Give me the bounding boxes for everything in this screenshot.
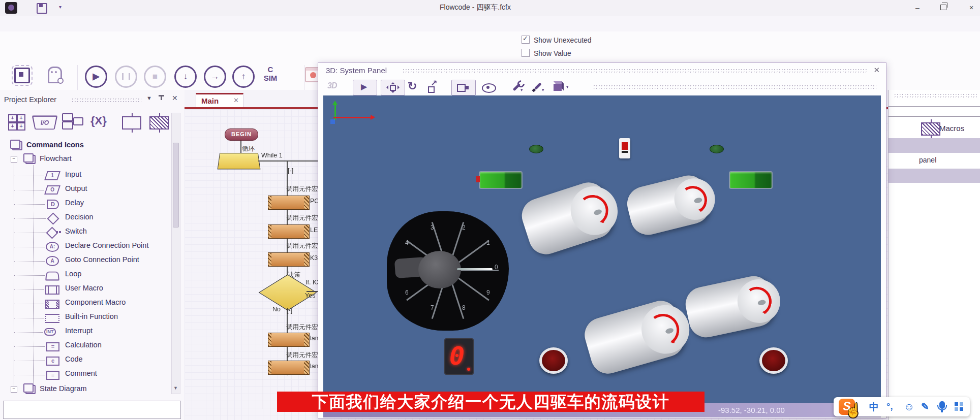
component-macro-icon-tool[interactable] (149, 116, 169, 130)
panel-menu-caret-icon[interactable]: ▼ (146, 95, 152, 101)
visibility-eye-icon[interactable] (482, 83, 496, 93)
tree-item-component-macro[interactable]: Component Macro (0, 297, 183, 310)
ime-emoji-icon[interactable]: ☺ (904, 401, 914, 413)
ghost-options-icon[interactable] (48, 67, 62, 83)
rotate-view-icon[interactable]: ↻ (408, 80, 417, 93)
pin-icon[interactable] (161, 95, 162, 100)
pan-tool-button[interactable] (381, 80, 405, 95)
flow-begin[interactable]: BEGIN (225, 128, 258, 141)
checkbox-unchecked-icon[interactable] (522, 49, 530, 57)
scrollbar-thumb[interactable] (173, 143, 179, 228)
tree-item-built-in-function[interactable]: Built-in Function (0, 311, 183, 325)
step-into-button[interactable]: ↓ (174, 66, 197, 88)
table-row[interactable] (889, 169, 980, 183)
ime-keyboard-grid-icon[interactable] (955, 402, 963, 411)
tree-item-decision[interactable]: Decision (0, 212, 183, 225)
flow-macro-box[interactable] (268, 252, 310, 267)
panel-drag-texture[interactable] (71, 98, 141, 103)
tree-item-interrupt[interactable]: INTInterrupt (0, 326, 183, 339)
brush-caret-icon[interactable]: ▾ (542, 87, 544, 92)
ime-lang-icon[interactable]: 中 (869, 401, 879, 414)
icon-grid-tool[interactable]: ++++ (8, 114, 25, 130)
explorer-bottom-pane[interactable] (3, 401, 181, 419)
cube-caret-icon[interactable]: ▾ (566, 84, 569, 89)
explorer-scrollbar[interactable]: ▼ (171, 113, 180, 394)
flow-while-shape[interactable] (218, 153, 261, 169)
run-button[interactable]: ▶ (85, 66, 107, 88)
scroll-down-icon[interactable]: ▼ (173, 385, 178, 391)
wrench-caret-icon[interactable]: ▾ (520, 87, 523, 92)
ime-pencil-icon[interactable]: ✎ (921, 401, 929, 412)
tree-root-command-icons[interactable]: Command Icons (0, 140, 183, 153)
tree-item-comment[interactable]: ≡Comment (0, 368, 183, 381)
panel-drag-texture[interactable] (894, 93, 977, 99)
collapse-icon[interactable]: − (11, 156, 17, 163)
flow-macro-box[interactable] (268, 224, 310, 239)
minimize-button[interactable]: – (910, 3, 925, 13)
rotary-dial-component[interactable]: 0 1 2 3 4 5 6 7 8 9 (387, 211, 509, 331)
pause-button[interactable] (115, 66, 137, 88)
show-value-checkbox[interactable]: Show Value (522, 49, 571, 59)
step-over-button[interactable]: → (204, 66, 226, 88)
tree-item-input[interactable]: 1Input (0, 169, 183, 182)
collapse-icon[interactable]: − (11, 386, 17, 393)
select-tool-button[interactable]: ▶ (353, 80, 377, 95)
flow-collapse[interactable]: [-] (288, 167, 293, 174)
tree-item-loop[interactable]: Loop (0, 269, 183, 282)
tree-item-output[interactable]: OOutput (0, 183, 183, 197)
frame-tool-button[interactable] (451, 80, 476, 95)
ime-punct-icon[interactable]: °, (886, 401, 893, 412)
tree-group-state-diagram[interactable]: −State Diagram (0, 383, 183, 397)
enable-icd-icon[interactable] (14, 68, 30, 83)
tree-item-calculation[interactable]: =Calculation (0, 340, 183, 353)
show-unexecuted-checkbox[interactable]: Show Unexecuted (522, 36, 592, 46)
switch-component[interactable] (619, 138, 630, 158)
led-component[interactable] (529, 145, 543, 153)
motor-component[interactable] (517, 178, 617, 259)
led-component[interactable] (710, 145, 724, 153)
solid-cube-icon[interactable] (554, 84, 562, 91)
save-icon[interactable] (37, 3, 47, 14)
paint-brush-icon[interactable] (534, 82, 541, 89)
push-button-component[interactable] (539, 347, 568, 374)
3d-panel-close-icon[interactable]: ✕ (873, 66, 880, 75)
flow-macro-box[interactable] (268, 196, 310, 210)
tree-group-flowchart[interactable]: − Flowchart (0, 153, 183, 167)
3d-system-panel-window[interactable]: 3D: System Panel ✕ 3D ▶ ↻ ↗ ▾ ▾ ▾ (318, 62, 886, 418)
tree-item-switch[interactable]: Switch (0, 226, 183, 239)
flow-macro-box[interactable] (268, 361, 310, 375)
flow-collapse[interactable]: [-] (287, 307, 292, 314)
macro-icon-tool[interactable] (122, 116, 141, 130)
quick-access-caret-icon[interactable]: ▾ (59, 4, 62, 10)
stop-button[interactable]: ■ (144, 66, 166, 88)
simulate-c-code-icon[interactable]: CSIM (255, 65, 286, 82)
panel-close-icon[interactable]: ✕ (172, 94, 178, 102)
tree-item-code[interactable]: cCode (0, 354, 183, 367)
windows-icon-tool[interactable] (62, 113, 82, 130)
led-bar-component[interactable] (729, 171, 773, 189)
panel-drag-texture[interactable] (402, 68, 867, 74)
variables-icon-tool[interactable]: {X} (90, 114, 107, 137)
checkbox-checked-icon[interactable] (522, 36, 530, 44)
flow-macro-box[interactable] (268, 333, 310, 347)
tab-close-icon[interactable]: ✕ (233, 96, 239, 104)
tree-item-goto-connection-point[interactable]: AGoto Connection Point (0, 254, 183, 268)
3d-viewport[interactable]: 0 1 2 3 4 5 6 7 8 9 0 (323, 95, 881, 403)
io-icon-tool[interactable]: I/O (32, 115, 58, 130)
motor-component[interactable] (624, 172, 714, 238)
restore-button[interactable] (940, 5, 946, 10)
led-bar-component[interactable] (479, 171, 523, 189)
tree-item-declare-connection-point[interactable]: A:Declare Connection Point (0, 240, 183, 253)
seven-segment-display[interactable]: 0 (444, 338, 474, 375)
step-out-button[interactable]: ↑ (232, 66, 255, 88)
toolbar-drag-texture[interactable] (593, 84, 876, 90)
motor-component[interactable] (580, 297, 688, 377)
tree-item-delay[interactable]: DDelay (0, 198, 183, 211)
push-button-component[interactable] (759, 347, 788, 374)
tree-item-user-macro[interactable]: User Macro (0, 283, 183, 296)
ime-mic-icon[interactable] (939, 401, 945, 409)
close-button[interactable]: × (964, 3, 979, 13)
table-row[interactable] (889, 138, 980, 153)
motor-component[interactable] (682, 273, 777, 340)
app-icon[interactable] (5, 2, 17, 14)
